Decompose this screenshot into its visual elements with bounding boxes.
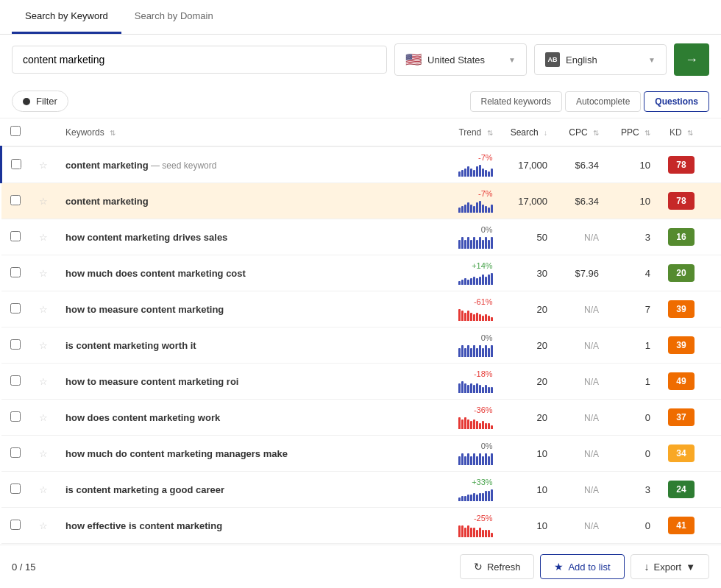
questions-tab[interactable]: Questions <box>644 91 709 112</box>
row-star[interactable]: ☆ <box>30 472 57 508</box>
kd-badge: 37 <box>668 408 695 426</box>
trend-bar <box>461 280 464 285</box>
trend-percent: 0% <box>437 442 493 450</box>
row-checkbox[interactable] <box>10 375 21 386</box>
trend-bar <box>482 169 484 177</box>
trend-bar <box>473 277 475 285</box>
row-kd: 20 <box>659 255 703 291</box>
row-kd: 37 <box>659 400 703 436</box>
trend-bar <box>488 240 490 249</box>
trend-chart <box>437 308 493 321</box>
header-ppc[interactable]: PPC ⇅ <box>608 118 659 146</box>
cpc-na: N/A <box>584 485 599 495</box>
row-cpc: N/A <box>556 219 608 255</box>
country-select[interactable]: 🇺🇸 United States ▼ <box>394 43 527 76</box>
related-keywords-tab[interactable]: Related keywords <box>470 91 562 112</box>
row-star[interactable]: ☆ <box>30 327 57 364</box>
row-checkbox[interactable] <box>10 483 21 494</box>
tab-domain[interactable]: Search by Domain <box>121 0 227 34</box>
row-checkbox[interactable] <box>10 411 21 422</box>
header-keywords[interactable]: Keywords ⇅ <box>57 118 428 146</box>
export-label: Export <box>654 562 682 573</box>
row-checkbox[interactable] <box>10 303 21 314</box>
row-scroll-cell <box>703 508 721 544</box>
search-button[interactable]: → <box>674 43 709 76</box>
trend-bar <box>470 313 472 321</box>
select-all-checkbox[interactable] <box>10 126 21 136</box>
keyword-input[interactable] <box>12 46 387 74</box>
trend-bar <box>461 237 464 249</box>
trend-bar <box>458 417 461 429</box>
row-checkbox[interactable] <box>10 447 21 458</box>
row-star[interactable]: ☆ <box>30 364 57 400</box>
keyword-type-tabs: Related keywords Autocomplete Questions <box>470 91 709 112</box>
row-star[interactable]: ☆ <box>30 291 57 327</box>
language-select[interactable]: AB English ▼ <box>534 44 667 75</box>
trend-bar <box>458 383 461 393</box>
cpc-na: N/A <box>584 413 599 423</box>
row-checkbox[interactable] <box>10 267 21 277</box>
autocomplete-tab[interactable]: Autocomplete <box>565 91 641 112</box>
trend-bar <box>464 278 466 285</box>
row-checkbox[interactable] <box>11 159 21 169</box>
search-arrow-icon: → <box>685 52 698 68</box>
row-checkbox[interactable] <box>10 520 21 530</box>
trend-bar <box>485 423 487 429</box>
row-checkbox[interactable] <box>10 231 21 241</box>
trend-bar <box>473 314 475 321</box>
kd-badge: 41 <box>668 517 695 534</box>
trend-bar <box>491 425 493 429</box>
row-keyword: content marketing — seed keyword <box>57 146 428 183</box>
header-search[interactable]: Search ↓ <box>502 118 556 146</box>
header-trend[interactable]: Trend ⇅ <box>428 118 502 146</box>
table-row: ☆how effective is content marketing-25%1… <box>1 508 722 544</box>
row-star[interactable]: ☆ <box>30 436 57 472</box>
add-to-list-button[interactable]: ★ Add to list <box>540 554 624 579</box>
trend-bar <box>488 208 490 213</box>
trend-bar <box>473 493 475 501</box>
row-star[interactable]: ☆ <box>30 219 57 255</box>
trend-bar <box>464 496 466 501</box>
row-star[interactable]: ☆ <box>30 146 57 183</box>
row-checkbox[interactable] <box>10 339 21 350</box>
row-star[interactable]: ☆ <box>30 255 57 291</box>
trend-bar <box>485 453 487 465</box>
trend-bar <box>467 311 469 321</box>
filter-button[interactable]: Filter <box>12 91 68 112</box>
cpc-na: N/A <box>584 305 599 315</box>
trend-percent: -36% <box>437 405 493 414</box>
trend-bar <box>479 314 481 321</box>
row-star[interactable]: ☆ <box>30 183 57 219</box>
row-cpc: N/A <box>556 400 608 436</box>
kd-badge: 20 <box>668 264 695 282</box>
trend-bar <box>467 453 469 465</box>
row-checkbox[interactable] <box>10 195 21 205</box>
tab-keyword[interactable]: Search by Keyword <box>12 0 121 34</box>
row-kd: 78 <box>659 146 703 183</box>
row-cpc: N/A <box>556 364 608 400</box>
row-kd: 34 <box>659 436 703 472</box>
keywords-table: Keywords ⇅ Trend ⇅ Search ↓ CPC ⇅ <box>0 118 721 545</box>
row-star[interactable]: ☆ <box>30 508 57 544</box>
export-button[interactable]: ↓ Export ▼ <box>631 554 709 579</box>
row-search-volume: 10 <box>502 472 556 508</box>
row-search-volume: 10 <box>502 436 556 472</box>
trend-bar <box>491 453 493 465</box>
filter-label: Filter <box>36 96 57 107</box>
table-row: ☆is content marketing worth it0%20N/A139 <box>1 327 722 364</box>
kd-badge: 39 <box>668 300 695 318</box>
header-kd[interactable]: KD ⇅ <box>659 118 703 146</box>
refresh-button[interactable]: ↻ Refresh <box>460 554 535 579</box>
trend-bar <box>491 533 493 537</box>
row-trend: +33% <box>428 472 502 508</box>
row-scroll-cell <box>703 255 721 291</box>
trend-bar <box>476 495 478 501</box>
row-star[interactable]: ☆ <box>30 400 57 436</box>
trend-percent: 0% <box>437 225 493 234</box>
row-search-volume: 10 <box>502 508 556 544</box>
trend-bar <box>467 166 469 177</box>
keyword-text: how much does content marketing cost <box>65 268 246 279</box>
filter-row: Filter Related keywords Autocomplete Que… <box>0 85 721 118</box>
header-cpc[interactable]: CPC ⇅ <box>556 118 608 146</box>
row-cpc: N/A <box>556 327 608 364</box>
